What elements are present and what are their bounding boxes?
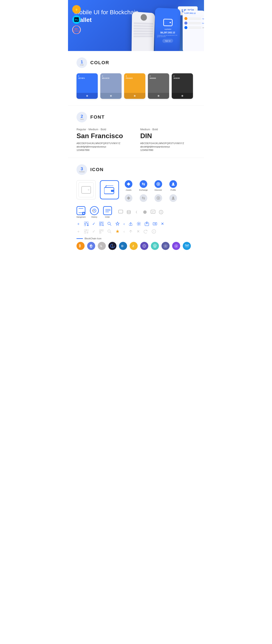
order-icon-item: Order — [103, 206, 112, 218]
icon-section-header: 3 THREE ICON — [76, 164, 196, 175]
profile-icon-gray — [168, 194, 178, 202]
exchange-icon — [140, 180, 147, 188]
svg-point-19 — [143, 210, 146, 214]
stratis-icon — [183, 242, 191, 250]
svg-rect-44 — [84, 232, 86, 234]
icon-set-container: Assets Exchange — [123, 180, 178, 202]
icon-title: ICON — [90, 167, 104, 172]
svg-marker-7 — [127, 182, 130, 186]
swatch-orange: #F5A623 — [124, 73, 145, 99]
profile-label: Profile — [170, 189, 176, 191]
color-section-number: 1 ONE — [76, 58, 87, 68]
color-section-header: 1 ONE COLOR — [76, 58, 196, 68]
message-box-icon — [151, 210, 155, 214]
font-col-sf: Regular · Medium · Bold San Francisco AB… — [76, 128, 132, 151]
circle-icon — [142, 210, 147, 214]
share-icon-gray — [128, 229, 133, 234]
star-icon-gold — [116, 229, 120, 234]
assets-icon-item: Assets — [123, 180, 134, 191]
hero-badges: Ps 60+ Screens — [72, 5, 81, 34]
font-title: FONT — [90, 114, 105, 120]
sf-style-label: Regular · Medium · Bold — [76, 128, 132, 131]
svg-rect-43 — [87, 229, 88, 231]
management-icon — [76, 206, 86, 215]
svg-text:Ps: Ps — [75, 18, 78, 21]
phone-mock-3: 6,297,502.12 738 564 — [182, 10, 204, 51]
verge-icon — [162, 242, 170, 250]
color-swatches-row: #3574FA #8DA0C8 #F5A623 #666666 #303030 — [76, 73, 196, 99]
grid-plus-icon — [84, 222, 88, 226]
sf-name: San Francisco — [76, 132, 132, 140]
misc-icons-row: Mangment History Order — [76, 206, 196, 218]
svg-marker-57 — [90, 244, 91, 246]
swatch-dark: #303030 — [172, 73, 193, 99]
svg-rect-20 — [151, 210, 155, 214]
svg-text:D: D — [121, 244, 123, 248]
qr-icon-gray — [99, 229, 104, 234]
din-style-label: Medium · Bold — [140, 128, 196, 131]
svg-marker-38 — [116, 222, 119, 225]
tool-icons-row-blue: ＋ ✓ ‹ — [76, 221, 196, 226]
blue-line-decoration — [76, 238, 83, 239]
wabi-icon — [151, 242, 159, 250]
svg-rect-28 — [100, 222, 100, 223]
svg-point-9 — [158, 184, 159, 185]
redo-icon-gray — [144, 229, 148, 234]
litecoin-icon: Ł — [98, 242, 106, 250]
svg-rect-30 — [102, 222, 103, 223]
screens-badge: 60+ Screens — [72, 26, 81, 34]
history-label: History — [92, 216, 97, 218]
zcash-icon: Z — [130, 242, 138, 250]
order-icon — [103, 206, 112, 215]
export-icon — [145, 222, 149, 226]
svg-rect-50 — [100, 232, 100, 233]
svg-rect-42 — [84, 229, 86, 231]
info-icon — [159, 210, 164, 214]
svg-point-22 — [161, 211, 161, 212]
wallet-icon-grid: Assets Exchange — [76, 180, 196, 202]
svg-point-39 — [138, 223, 140, 224]
svg-rect-34 — [103, 224, 104, 225]
transfer-icon — [153, 222, 157, 226]
management-label: Mangment — [76, 216, 86, 218]
stack-icon — [126, 210, 131, 214]
ps-badge: Ps — [72, 15, 81, 24]
profile-icon — [169, 180, 177, 188]
bitcoin-icon: ₿ — [76, 242, 84, 250]
blockchain-label: BlockChain Icon — [84, 237, 102, 240]
svg-rect-23 — [84, 222, 86, 224]
discover-icon — [154, 180, 162, 188]
management-icon-item: Mangment — [76, 206, 86, 218]
color-title: COLOR — [90, 60, 109, 66]
star-icon — [116, 222, 120, 226]
grid-coin-icon — [140, 242, 148, 250]
sf-lowercase: abcdefghijklmnopqrstuvwxyz — [76, 146, 132, 148]
svg-rect-33 — [102, 224, 102, 225]
font-row: Regular · Medium · Bold San Francisco AB… — [76, 128, 196, 151]
sf-numbers: 1234567890 — [76, 149, 132, 151]
assets-icon — [125, 180, 132, 188]
icon-section: 3 THREE ICON — [68, 158, 204, 263]
info-icon-gray — [152, 229, 156, 234]
moon-icon — [134, 210, 139, 214]
dash-icon: D — [119, 242, 127, 250]
font-section-number: 2 TWO — [76, 112, 87, 122]
swatch-blue: #3574FA — [76, 73, 98, 99]
assets-icon-gray — [123, 194, 134, 202]
phone-mock-2: myWallet $6,297,502.12 Character may be … — [155, 8, 180, 51]
chat-icon — [118, 210, 123, 214]
svg-marker-11 — [127, 196, 130, 200]
phone-mock-1 — [132, 12, 155, 51]
svg-rect-48 — [102, 230, 103, 230]
order-label: Order — [105, 216, 110, 218]
svg-rect-36 — [103, 225, 104, 226]
svg-rect-6 — [111, 190, 114, 192]
search-icon-gray — [107, 229, 112, 234]
svg-text:₿: ₿ — [79, 244, 81, 248]
svg-rect-25 — [84, 224, 86, 226]
svg-point-37 — [108, 222, 110, 225]
assets-icon-gray-circle — [125, 194, 132, 202]
exchange-icon-gray — [138, 194, 149, 202]
svg-point-10 — [172, 182, 174, 184]
exchange-icon-gray-circle — [140, 194, 147, 202]
